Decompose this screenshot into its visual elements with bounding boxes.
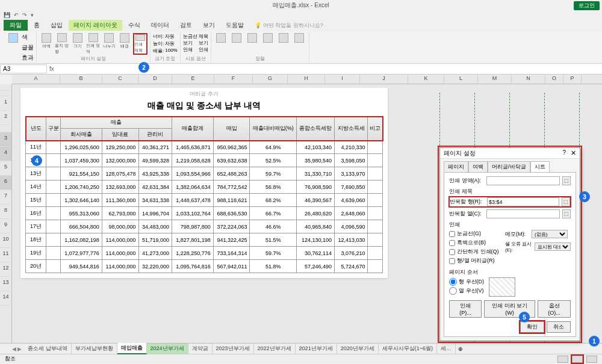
margins-button[interactable]: 여백 [39,33,54,55]
table-row: 13년921,554,150128,075,47843,925,3381,093… [26,167,383,180]
login-button[interactable]: 로그인 [574,1,600,10]
scale-spinner[interactable]: 100% [165,48,177,54]
tab-file[interactable]: 파일 [4,20,28,31]
page-break-view-icon[interactable] [586,356,597,363]
new-sheet-icon[interactable]: ⊕ [458,346,463,352]
tab-review[interactable]: 검토 [175,20,197,31]
badge-4: 4 [31,155,42,166]
range-picker-icon[interactable]: ⬚ [562,176,571,185]
selection-pane[interactable] [245,33,259,55]
page-setup-dialog: 페이지 설정 ? ✕ 페이지 여백 머리글/바닥글 시트 인쇄 영역(A): ⬚… [439,147,580,341]
badge-2: 2 [138,62,149,73]
header-placeholder[interactable]: 머리글 추가 [25,90,383,98]
dialog-tab-page[interactable]: 페이지 [444,161,468,172]
gridlines-check[interactable] [449,231,455,237]
memo-combo[interactable]: (없음) [532,230,568,238]
tab-home[interactable]: 홈 [29,20,45,31]
status-text: 참조 [5,355,16,363]
sheet-tab[interactable]: 종소세 납부내역 [24,344,72,354]
tab-page-layout[interactable]: 페이지 레이아웃 [69,20,122,31]
dialog-tab-header[interactable]: 머리글/바닥글 [488,161,530,172]
size-button[interactable]: 크기 [70,33,85,55]
group[interactable] [276,33,291,55]
print-options-section: 인쇄 [449,221,571,229]
nav-prev-icon[interactable]: ◀ [12,346,16,352]
group-sheet-options: 시트 옵션 [183,55,208,62]
qat-dropdown-icon[interactable]: ▾ [31,12,34,18]
sheet-tab-active[interactable]: 매입매출 [117,343,147,354]
theme-effects[interactable]: 효과 [22,54,34,63]
help-icon[interactable]: ? [562,149,566,157]
sheet-tab[interactable]: 2022년부가세 [254,344,296,354]
cancel-button[interactable]: 취소 [547,321,571,333]
theme-fonts[interactable]: 글꼴 [22,43,34,53]
close-icon[interactable]: ✕ [571,149,576,157]
group-scale: 크기 조정 [153,55,178,62]
table-row: 16년955,313,06062,793,00014,996,7041,033,… [26,207,383,220]
width-combo[interactable]: 자동 [165,33,175,40]
tab-help[interactable]: 도움말 [221,20,249,31]
themes-button[interactable] [6,33,20,55]
repeat-cols-label: 반복할 열(C): [449,210,484,218]
bring-forward[interactable] [214,33,228,55]
dialog-tab-sheet[interactable]: 시트 [530,161,550,172]
gridlines-view[interactable]: 보기 [183,40,197,46]
print-area-input[interactable] [486,176,560,185]
badge-3: 3 [579,191,590,202]
options-button[interactable]: 옵션(O)... [538,300,571,318]
sheet-tab[interactable]: 세무사사무실(1~6월) [379,344,437,354]
app-title: 매입매출.xlsx - Excel [273,1,329,10]
sheet-tab[interactable]: 2021년부가세 [296,344,337,354]
table-row: 17년666,504,80098,000,00034,483,000798,98… [26,220,383,233]
tab-view[interactable]: 보기 [198,20,220,31]
sheet-tab[interactable]: 세… [437,344,456,354]
range-picker-icon[interactable]: ⬚ [562,197,570,206]
rotate[interactable] [292,33,306,55]
sheet-tab[interactable]: 2020년부가세 [337,344,379,354]
tell-me[interactable]: 💡 어떤 작업을 원하시나요? [255,22,323,29]
error-combo[interactable]: 표시된 대로 [535,242,571,251]
page-title: 매출 매입 및 종소세 납부 내역 [25,100,383,111]
bw-check[interactable] [449,240,455,246]
sheet-tab[interactable]: 2023년부가세 [213,344,254,354]
orientation-button[interactable]: 용지 방향 [55,33,69,55]
nav-next-icon[interactable]: ▶ [17,346,22,352]
sheet-tab[interactable]: 부가세납부현황 [72,344,117,354]
breaks-button[interactable]: 나누기 [102,33,116,55]
ok-button[interactable]: 확인 [520,321,544,333]
headings-view[interactable]: 보기 [199,40,208,46]
gridlines-print[interactable]: 인쇄 [183,46,197,53]
print-titles-button[interactable]: 인쇄 제목 [133,33,147,55]
down-over-radio[interactable] [449,278,457,286]
sheet-tabs: ◀▶ 종소세 납부내역 부가세납부현황 매입매출 2024년부가세 계약금 20… [0,343,602,354]
table-row: 12년1,037,459,300132,000,00049,599,3281,2… [26,154,383,167]
table-row: 20년949,544,816114,000,00032,220,0001,095… [26,260,383,273]
qat-save-icon[interactable]: 💾 [4,12,10,18]
fx-icon[interactable]: fx [47,66,57,72]
height-combo[interactable]: 자동 [165,40,175,47]
headings-print[interactable]: 인쇄 [199,46,208,53]
tab-formulas[interactable]: 수식 [123,20,145,31]
name-box[interactable] [0,64,47,73]
qat-redo-icon[interactable]: ↷ [22,12,27,18]
qat-undo-icon[interactable]: ↶ [14,12,19,18]
draft-check[interactable] [449,249,455,255]
repeat-rows-input[interactable] [487,197,559,206]
page-layout-view-icon[interactable] [572,356,583,363]
dialog-tab-margins[interactable]: 여백 [468,161,488,172]
repeat-cols-input[interactable] [486,209,560,218]
normal-view-icon[interactable] [557,356,568,363]
range-picker-icon[interactable]: ⬚ [562,209,571,218]
tab-insert[interactable]: 삽입 [46,20,67,31]
print-area-button[interactable]: 인쇄 영역 [86,33,101,55]
align[interactable] [261,33,275,55]
background-button[interactable]: 배경 [117,33,132,55]
tab-data[interactable]: 데이터 [146,20,174,31]
over-down-radio[interactable] [449,287,457,295]
sheet-tab[interactable]: 2024년부가세 [147,344,188,354]
print-button[interactable]: 인쇄(P)... [449,300,482,318]
rowcol-check[interactable] [449,258,455,264]
send-backward[interactable] [229,33,244,55]
theme-colors[interactable]: 색 [22,33,34,43]
sheet-tab[interactable]: 계약금 [188,344,213,354]
